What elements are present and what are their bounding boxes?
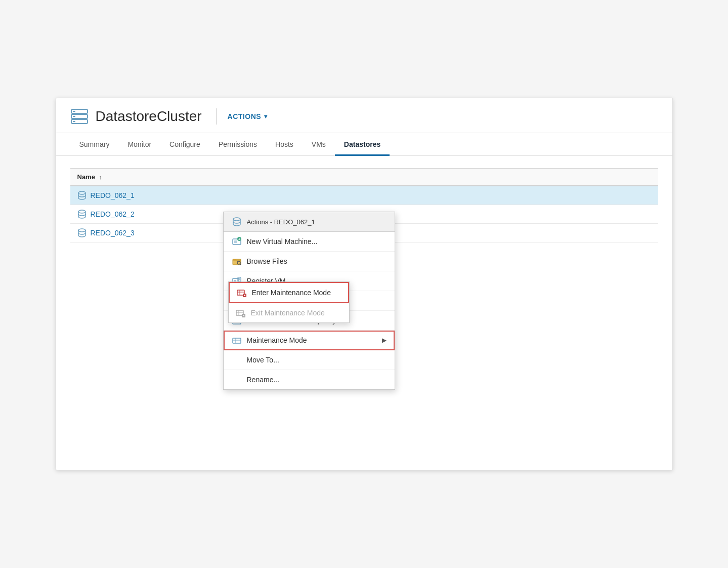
submenu-item-enter-maintenance[interactable]: Enter Maintenance Mode — [229, 282, 349, 303]
svg-rect-11 — [234, 240, 237, 243]
datastore-icon — [77, 228, 87, 237]
tab-hosts[interactable]: Hosts — [266, 133, 303, 156]
submenu-item-label: Enter Maintenance Mode — [252, 289, 331, 297]
tab-vms[interactable]: VMs — [303, 133, 335, 156]
menu-item-label: Browse Files — [247, 257, 287, 265]
rename-icon — [232, 375, 242, 385]
maintenance-submenu: Enter Maintenance Mode Exit Maintenance … — [228, 281, 350, 323]
actions-button[interactable]: ACTIONS ▾ — [228, 112, 268, 120]
submenu-item-label: Exit Maintenance Mode — [251, 309, 325, 317]
move-to-icon — [232, 355, 242, 365]
submenu-arrow-icon: ▶ — [382, 337, 387, 344]
menu-item-browse-files[interactable]: Browse Files — [224, 252, 395, 271]
svg-rect-4 — [73, 116, 75, 117]
menu-item-label: Rename... — [247, 376, 280, 384]
tab-datastores[interactable]: Datastores — [335, 133, 390, 156]
menu-item-label: Move To... — [247, 356, 279, 364]
table-row[interactable]: REDO_062_1 — [70, 186, 658, 205]
svg-rect-5 — [73, 121, 75, 122]
maintenance-mode-icon — [232, 335, 242, 345]
svg-text:+: + — [238, 237, 240, 241]
actions-chevron-icon: ▾ — [264, 113, 268, 120]
enter-maintenance-icon — [237, 288, 247, 298]
datastore-cluster-icon — [70, 107, 89, 126]
sort-arrow-icon: ↑ — [99, 174, 102, 180]
svg-rect-3 — [73, 111, 75, 112]
svg-rect-26 — [233, 338, 241, 343]
tab-permissions[interactable]: Permissions — [209, 133, 266, 156]
menu-item-rename[interactable]: Rename... — [224, 370, 395, 389]
menu-item-maintenance-mode[interactable]: Maintenance Mode ▶ — [224, 331, 395, 350]
menu-item-new-vm[interactable]: + New Virtual Machine... — [224, 232, 395, 252]
table-cell-name: REDO_062_1 — [70, 186, 658, 205]
context-menu-header-label: Actions - REDO_062_1 — [247, 218, 315, 226]
column-header-name[interactable]: Name ↑ — [70, 169, 658, 186]
page-title: DatastoreCluster — [96, 108, 202, 125]
svg-point-9 — [233, 218, 240, 221]
svg-point-6 — [78, 191, 85, 194]
exit-maintenance-icon — [236, 308, 246, 318]
browse-files-icon — [232, 256, 242, 266]
datastore-icon — [77, 191, 87, 200]
tab-monitor[interactable]: Monitor — [118, 133, 160, 156]
context-menu-header-icon — [232, 217, 242, 227]
svg-point-8 — [78, 229, 85, 232]
menu-item-label: Maintenance Mode — [247, 336, 307, 344]
main-content: Name ↑ — [56, 156, 672, 470]
tab-summary[interactable]: Summary — [70, 133, 119, 156]
menu-item-label: New Virtual Machine... — [247, 237, 318, 246]
tab-bar: Summary Monitor Configure Permissions Ho… — [56, 133, 672, 156]
menu-item-move-to[interactable]: Move To... — [224, 350, 395, 370]
tab-configure[interactable]: Configure — [160, 133, 209, 156]
header-divider — [216, 108, 217, 125]
page-header: DatastoreCluster ACTIONS ▾ — [56, 98, 672, 133]
app-container: DatastoreCluster ACTIONS ▾ Summary Monit… — [56, 98, 673, 470]
submenu-item-exit-maintenance: Exit Maintenance Mode — [229, 303, 349, 322]
new-vm-icon: + — [232, 236, 242, 247]
context-menu-header: Actions - REDO_062_1 — [224, 212, 395, 232]
svg-point-7 — [78, 210, 85, 213]
datastore-icon — [77, 210, 87, 219]
